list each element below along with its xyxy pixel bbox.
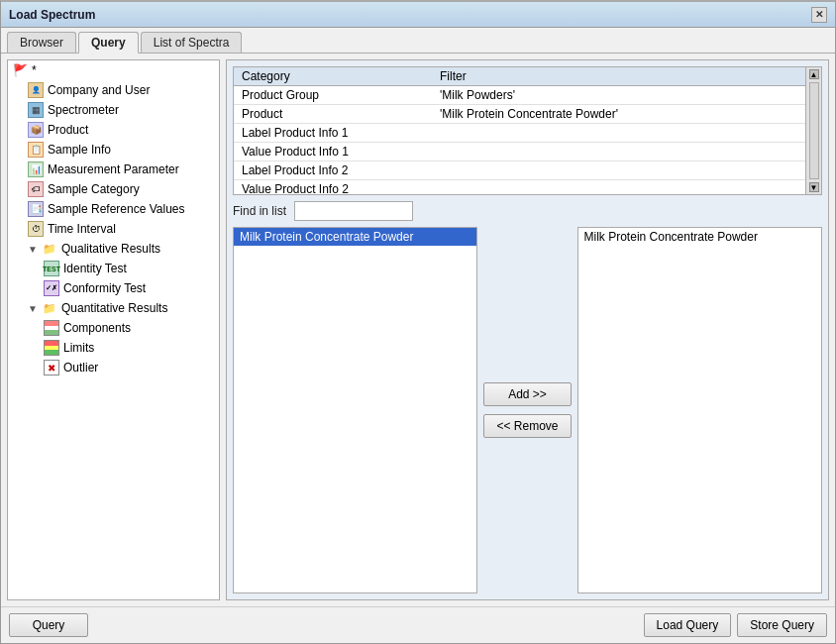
tree-item-sample-category[interactable]: 🏷 Sample Category <box>8 179 219 199</box>
remove-button[interactable]: << Remove <box>483 414 571 438</box>
filter-category: Label Product Info 2 <box>234 161 432 180</box>
title-bar: Load Spectrum ✕ <box>1 2 835 28</box>
tree-item-sample-info[interactable]: 📋 Sample Info <box>8 140 219 160</box>
tree-label: Quantitative Results <box>61 301 167 315</box>
footer: Query Load Query Store Query <box>1 606 835 643</box>
filter-row[interactable]: Value Product Info 2 <box>234 180 805 195</box>
filter-category: Value Product Info 1 <box>234 143 432 161</box>
load-query-button[interactable]: Load Query <box>644 613 732 637</box>
expand-icon: ▼ <box>28 244 40 255</box>
store-query-button[interactable]: Store Query <box>737 613 827 637</box>
tree-item-qualitative[interactable]: ▼ 📁 Qualitative Results <box>8 239 219 259</box>
tab-list-of-spectra[interactable]: List of Spectra <box>141 32 243 53</box>
footer-right: Load Query Store Query <box>644 613 827 637</box>
reference-icon: 📑 <box>28 201 44 217</box>
main-window: Load Spectrum ✕ Browser Query List of Sp… <box>0 0 836 644</box>
filter-category: Product Group <box>234 86 432 105</box>
conformity-icon: ✓✗ <box>44 280 59 296</box>
identity-icon: TEST <box>44 261 59 276</box>
product-icon: 📦 <box>28 122 44 138</box>
filter-value <box>432 161 805 180</box>
tab-query[interactable]: Query <box>78 32 139 54</box>
sample-info-icon: 📋 <box>28 142 44 158</box>
tree-root[interactable]: 🚩 * <box>8 60 219 80</box>
filter-table-wrapper: Category Filter Product Group 'Milk Powd… <box>233 66 822 195</box>
close-button[interactable]: ✕ <box>811 7 827 23</box>
footer-left: Query <box>9 613 88 637</box>
expand-icon: ▼ <box>28 303 40 314</box>
tree-label: Qualitative Results <box>61 242 160 256</box>
folder-icon: 📁 <box>42 241 57 257</box>
filter-row[interactable]: Label Product Info 1 <box>234 124 805 143</box>
query-button[interactable]: Query <box>9 613 88 637</box>
tree-label: Identity Test <box>63 262 127 275</box>
filter-row[interactable]: Product 'Milk Protein Concentrate Powder… <box>234 105 805 124</box>
table-scrollbar[interactable]: ▲ ▼ <box>805 67 821 194</box>
lists-area: Milk Protein Concentrate Powder Add >> <… <box>233 227 822 593</box>
filter-header: Filter <box>432 67 805 86</box>
tree-label: Outlier <box>63 361 98 375</box>
tree-item-measurement[interactable]: 📊 Measurement Parameter <box>8 160 219 179</box>
components-icon <box>44 320 59 336</box>
find-in-list-label: Find in list <box>233 204 286 218</box>
tree-label: Time Interval <box>48 222 116 236</box>
tree-item-identity[interactable]: TEST Identity Test <box>8 259 219 278</box>
window-title: Load Spectrum <box>9 8 95 22</box>
filter-value <box>432 180 805 195</box>
add-button[interactable]: Add >> <box>483 382 571 406</box>
find-in-list-row: Find in list <box>233 201 822 221</box>
tree-label: Sample Reference Values <box>48 202 185 216</box>
folder-icon: 📁 <box>42 300 57 316</box>
right-panel: Category Filter Product Group 'Milk Powd… <box>226 59 829 600</box>
flag-icon: 🚩 <box>12 62 28 78</box>
tree-item-reference[interactable]: 📑 Sample Reference Values <box>8 199 219 219</box>
tree-item-outlier[interactable]: ✖ Outlier <box>8 358 219 377</box>
filter-value <box>432 143 805 161</box>
list-item[interactable]: Milk Protein Concentrate Powder <box>234 228 476 246</box>
tab-browser[interactable]: Browser <box>7 32 76 53</box>
add-remove-buttons: Add >> << Remove <box>483 227 571 593</box>
time-icon: ⏱ <box>28 221 44 237</box>
measurement-icon: 📊 <box>28 161 44 177</box>
filter-category: Product <box>234 105 432 124</box>
tree-label: Conformity Test <box>63 281 146 295</box>
tree-item-conformity[interactable]: ✓✗ Conformity Test <box>8 278 219 298</box>
tabs-bar: Browser Query List of Spectra <box>1 28 835 54</box>
filter-category: Label Product Info 1 <box>234 124 432 143</box>
limits-icon <box>44 340 59 356</box>
tree-label: Product <box>48 123 88 137</box>
tree-item-time[interactable]: ⏱ Time Interval <box>8 219 219 239</box>
tree-label: Limits <box>63 341 94 355</box>
filter-row[interactable]: Product Group 'Milk Powders' <box>234 86 805 105</box>
list-item[interactable]: Milk Protein Concentrate Powder <box>578 228 821 246</box>
filter-category: Value Product Info 2 <box>234 180 432 195</box>
main-content: 🚩 * 👤 Company and User ▦ Spectrometer 📦 … <box>1 54 835 606</box>
tree-label: Sample Category <box>48 182 140 196</box>
tree-item-quantitative[interactable]: ▼ 📁 Quantitative Results <box>8 298 219 318</box>
tree-label: Spectrometer <box>48 103 119 117</box>
tree-item-product[interactable]: 📦 Product <box>8 120 219 140</box>
tree-label: Sample Info <box>48 143 111 157</box>
filter-value: 'Milk Powders' <box>432 86 805 105</box>
filter-row[interactable]: Value Product Info 1 <box>234 143 805 161</box>
category-header: Category <box>234 67 432 86</box>
filter-value: 'Milk Protein Concentrate Powder' <box>432 105 805 124</box>
spectrometer-icon: ▦ <box>28 102 44 118</box>
company-icon: 👤 <box>28 82 44 98</box>
tree-item-limits[interactable]: Limits <box>8 338 219 358</box>
filter-value <box>432 124 805 143</box>
tree-item-spectrometer[interactable]: ▦ Spectrometer <box>8 100 219 120</box>
find-in-list-input[interactable] <box>294 201 413 221</box>
filter-table: Category Filter Product Group 'Milk Powd… <box>234 67 805 194</box>
filter-row[interactable]: Label Product Info 2 <box>234 161 805 180</box>
outlier-icon: ✖ <box>44 360 59 376</box>
tree-label: Measurement Parameter <box>48 162 179 176</box>
tree-label: Components <box>63 321 131 335</box>
tree-item-components[interactable]: Components <box>8 318 219 338</box>
target-list: Milk Protein Concentrate Powder <box>577 227 822 593</box>
sample-category-icon: 🏷 <box>28 181 44 197</box>
tree-item-company[interactable]: 👤 Company and User <box>8 80 219 100</box>
source-list: Milk Protein Concentrate Powder <box>233 227 477 593</box>
tree-panel: 🚩 * 👤 Company and User ▦ Spectrometer 📦 … <box>7 59 220 600</box>
tree-root-label: * <box>32 63 37 77</box>
